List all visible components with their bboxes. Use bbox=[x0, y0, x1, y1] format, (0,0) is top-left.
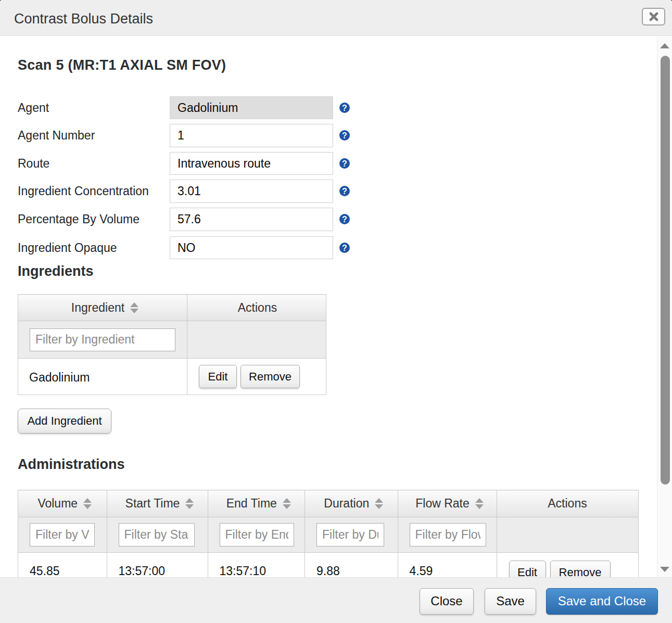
svg-text:?: ? bbox=[342, 187, 347, 196]
svg-text:?: ? bbox=[342, 244, 347, 252]
svg-text:?: ? bbox=[342, 215, 347, 224]
svg-text:?: ? bbox=[342, 104, 347, 112]
svg-text:?: ? bbox=[342, 159, 347, 168]
svg-text:?: ? bbox=[342, 131, 347, 140]
